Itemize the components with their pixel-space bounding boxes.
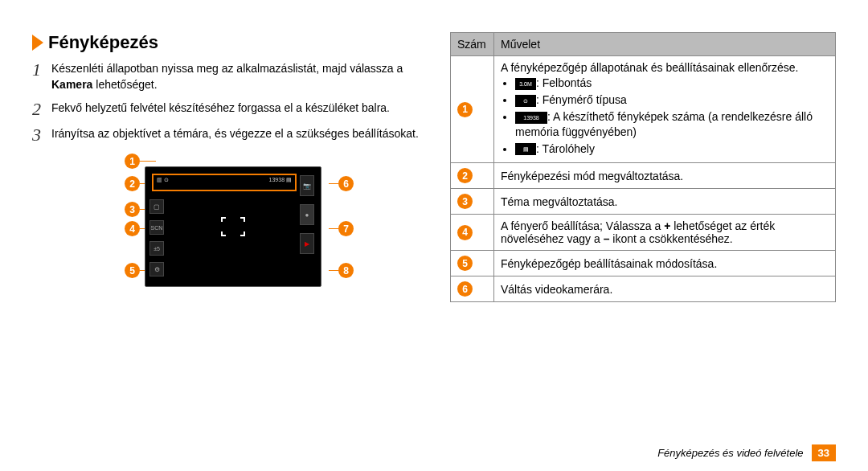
shutter-icon: ● [300, 204, 314, 225]
topbar-left: ▥ ⊙ [157, 177, 169, 183]
settings-icon: ⚙ [149, 262, 164, 276]
step-text: Készenléti állapotban nyissa meg az alka… [51, 61, 434, 92]
callout-7: 7 [329, 221, 354, 236]
table-row: 1 A fényképezőgép állapotának és beállít… [451, 56, 836, 163]
row-num-icon: 2 [457, 168, 473, 183]
storage-icon: ▤ [515, 143, 536, 155]
camera-diagram: 1 2 3 4 5 6 7 8 ▥ ⊙ 13938 ▤ ▢ [117, 158, 350, 295]
table-row: 6 Váltás videokamerára. [451, 276, 836, 302]
page-footer: Fényképezés és videó felvétele 33 [657, 444, 836, 461]
row-num-icon: 6 [457, 281, 473, 297]
mode-icon: ▢ [149, 199, 164, 214]
scn-icon: SCN [149, 220, 164, 235]
table-row: 4 A fényerő beállítása; Válassza a + leh… [451, 215, 836, 251]
row-num-icon: 5 [457, 256, 473, 271]
row-intro: A fényképezőgép állapotának és beállítás… [501, 61, 829, 74]
step-text: Irányítsa az objektívet a témára, és vég… [51, 126, 434, 144]
callout-6: 6 [329, 176, 354, 191]
row-text: Fényképezési mód megváltoztatása. [494, 163, 836, 189]
step-number: 3 [32, 126, 51, 144]
counter-icon: 13938 [515, 112, 547, 124]
row-num-icon: 3 [457, 194, 473, 209]
table-row: 5 Fényképezőgép beállításainak módosítás… [451, 251, 836, 276]
video-icon: ▶ [300, 233, 314, 254]
step-text: Fekvő helyzetű felvétel készítéséhez for… [51, 100, 434, 118]
row-num-icon: 4 [457, 225, 473, 240]
table-row: 3 Téma megváltoztatása. [451, 189, 836, 215]
heading-text: Fényképezés [48, 32, 158, 53]
topbar-right: 13938 ▤ [269, 177, 292, 183]
focus-brackets-icon [221, 217, 245, 236]
resolution-icon: 3.0M [515, 78, 536, 90]
exposure-icon: ±5 [149, 241, 164, 256]
metering-icon: ⊙ [515, 95, 536, 107]
row-text: Téma megváltoztatása. [494, 189, 836, 215]
col-header-action: Művelet [494, 33, 836, 56]
legend-table: Szám Művelet 1 A fényképezőgép állapotán… [450, 32, 836, 302]
page-number: 33 [812, 444, 836, 461]
camera-icon: 📷 [300, 175, 314, 196]
table-row: 2 Fényképezési mód megváltoztatása. [451, 163, 836, 189]
chevron-icon [32, 35, 43, 51]
callout-8: 8 [329, 263, 354, 278]
row-text: Fényképezőgép beállításainak módosítása. [494, 251, 836, 276]
section-heading: Fényképezés [32, 32, 434, 53]
footer-title: Fényképezés és videó felvétele [657, 447, 803, 459]
step-number: 2 [32, 100, 51, 118]
row-text: A fényerő beállítása; Válassza a + lehet… [494, 215, 836, 251]
row-text: Váltás videokamerára. [494, 276, 836, 302]
row-num-icon: 1 [457, 102, 473, 117]
col-header-num: Szám [451, 33, 494, 56]
status-bar-highlight: ▥ ⊙ 13938 ▤ [152, 174, 297, 191]
step-number: 1 [32, 61, 51, 92]
